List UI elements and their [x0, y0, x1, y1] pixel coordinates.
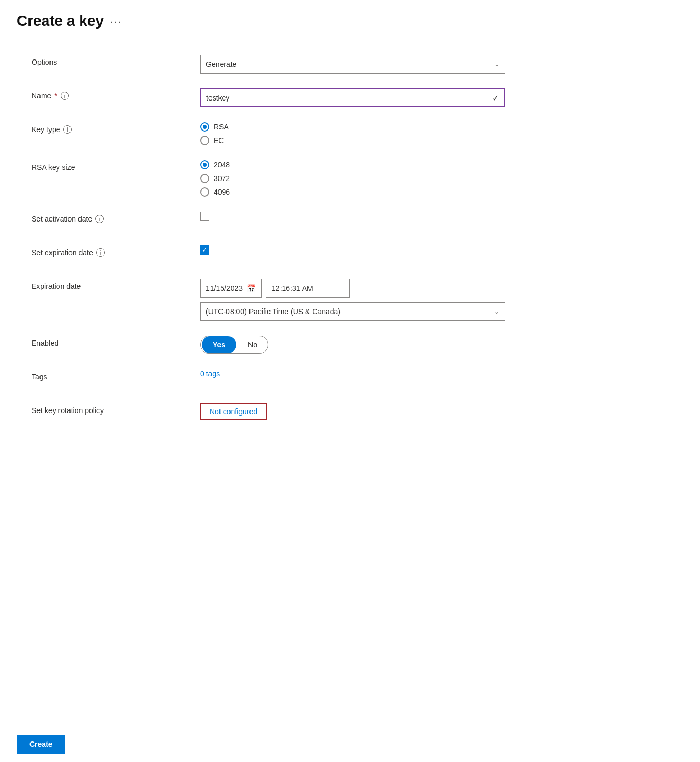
activation-date-control [200, 212, 505, 221]
options-select[interactable]: Generate ⌄ [200, 55, 505, 74]
time-input-box[interactable]: 12:16:31 AM [266, 279, 350, 298]
required-star: * [54, 92, 57, 100]
size-2048-radio-dot [203, 163, 207, 167]
options-value: Generate [206, 60, 236, 68]
name-row: Name * i ✓ [32, 88, 668, 107]
enabled-control: Yes No [200, 336, 505, 354]
expiration-date-toggle-control: ✓ [200, 245, 505, 255]
time-value: 12:16:31 AM [272, 284, 313, 293]
create-button[interactable]: Create [17, 735, 65, 754]
name-input[interactable] [206, 94, 492, 102]
key-type-control: RSA EC [200, 122, 505, 145]
options-row: Options Generate ⌄ [32, 55, 668, 74]
toggle-pill[interactable]: Yes No [200, 336, 268, 354]
rsa-key-size-radio-group: 2048 3072 4096 [200, 160, 505, 197]
not-configured-wrapper: Not configured [200, 403, 267, 420]
timezone-chevron-icon: ⌄ [494, 308, 499, 315]
chevron-down-icon: ⌄ [494, 61, 499, 68]
key-rotation-control: Not configured [200, 403, 505, 420]
key-size-4096[interactable]: 4096 [200, 187, 505, 197]
name-input-wrapper: ✓ [200, 88, 505, 107]
key-type-row: Key type i RSA EC [32, 122, 668, 145]
tags-link[interactable]: 0 tags [200, 369, 220, 378]
tags-control: 0 tags [200, 369, 505, 378]
expiration-date-toggle-row: Set expiration date i ✓ [32, 245, 668, 264]
rsa-key-size-row: RSA key size 2048 3072 [32, 160, 668, 197]
tags-label: Tags [32, 369, 200, 381]
activation-date-checkbox[interactable] [200, 212, 209, 221]
expiration-date-inputs: 11/15/2023 📅 12:16:31 AM [200, 279, 505, 298]
toggle-yes-option[interactable]: Yes [202, 336, 236, 353]
date-input-box[interactable]: 11/15/2023 📅 [200, 279, 262, 298]
size-4096-radio-button[interactable] [200, 187, 209, 197]
size-4096-label: 4096 [214, 188, 230, 196]
activation-info-icon[interactable]: i [95, 215, 104, 223]
page-container: Create a key ··· Options Generate ⌄ Name… [0, 0, 700, 762]
key-type-rsa[interactable]: RSA [200, 122, 505, 132]
tags-row: Tags 0 tags [32, 369, 668, 388]
size-3072-label: 3072 [214, 174, 230, 183]
date-value: 11/15/2023 [206, 284, 243, 293]
expiration-date-label: Expiration date [32, 279, 200, 290]
key-type-ec[interactable]: EC [200, 136, 505, 145]
expiration-date-inputs-group: 11/15/2023 📅 12:16:31 AM (UTC-08:00) Pac… [200, 279, 505, 321]
options-control: Generate ⌄ [200, 55, 505, 74]
activation-date-label: Set activation date i [32, 212, 200, 223]
footer: Create [0, 726, 700, 762]
rsa-key-size-control: 2048 3072 4096 [200, 160, 505, 197]
name-control: ✓ [200, 88, 505, 107]
activation-date-row: Set activation date i [32, 212, 668, 230]
timezone-select[interactable]: (UTC-08:00) Pacific Time (US & Canada) ⌄ [200, 302, 505, 321]
expiration-date-control: 11/15/2023 📅 12:16:31 AM (UTC-08:00) Pac… [200, 279, 505, 321]
expiration-date-toggle-label: Set expiration date i [32, 245, 200, 257]
ec-label: EC [214, 136, 224, 145]
key-type-label: Key type i [32, 122, 200, 134]
expiration-info-icon[interactable]: i [96, 248, 105, 257]
rsa-radio-dot [203, 125, 207, 129]
key-type-radio-group: RSA EC [200, 122, 505, 145]
header: Create a key ··· [0, 0, 700, 38]
not-configured-link[interactable]: Not configured [209, 407, 257, 416]
calendar-icon: 📅 [247, 284, 256, 293]
options-label: Options [32, 55, 200, 66]
expiration-date-row: Expiration date 11/15/2023 📅 12:16:31 AM [32, 279, 668, 321]
expiration-date-checkbox[interactable]: ✓ [200, 245, 209, 255]
key-rotation-label: Set key rotation policy [32, 403, 200, 415]
checkbox-checkmark: ✓ [202, 247, 207, 253]
key-type-info-icon[interactable]: i [63, 125, 72, 134]
checkmark-icon: ✓ [492, 93, 499, 103]
toggle-no-option[interactable]: No [237, 336, 268, 353]
key-size-3072[interactable]: 3072 [200, 174, 505, 183]
ec-radio-button[interactable] [200, 136, 209, 145]
enabled-toggle[interactable]: Yes No [200, 336, 505, 354]
timezone-value: (UTC-08:00) Pacific Time (US & Canada) [206, 307, 341, 316]
size-2048-radio-button[interactable] [200, 160, 209, 169]
enabled-label: Enabled [32, 336, 200, 347]
size-2048-label: 2048 [214, 161, 230, 169]
page-title: Create a key [17, 13, 104, 29]
key-size-2048[interactable]: 2048 [200, 160, 505, 169]
enabled-row: Enabled Yes No [32, 336, 668, 355]
rsa-label: RSA [214, 123, 229, 131]
form-area: Options Generate ⌄ Name * i ✓ [0, 38, 700, 726]
name-label: Name * i [32, 88, 200, 100]
rsa-key-size-label: RSA key size [32, 160, 200, 172]
key-rotation-row: Set key rotation policy Not configured [32, 403, 668, 422]
size-3072-radio-button[interactable] [200, 174, 209, 183]
name-info-icon[interactable]: i [61, 92, 69, 100]
more-options-icon[interactable]: ··· [110, 15, 122, 27]
rsa-radio-button[interactable] [200, 122, 209, 132]
